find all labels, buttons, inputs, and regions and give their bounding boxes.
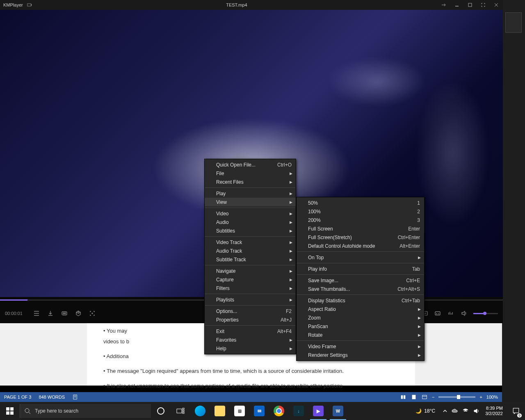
menu-item[interactable]: Full ScreenEnter [297,224,424,233]
menu-item[interactable]: Recent Files▶ [205,178,296,186]
menu-item[interactable]: On Top▶ [297,253,424,262]
menu-item[interactable]: Video Track▶ [205,238,296,247]
menu-item[interactable]: View▶ [205,198,296,206]
wifi-icon[interactable] [462,408,469,414]
menu-item[interactable]: Options...F2 [205,307,296,315]
menu-item[interactable]: Help▶ [205,344,296,353]
cube-icon[interactable] [75,310,82,317]
taskbar-search[interactable]: Type here to search [20,404,151,418]
app-icon-1[interactable]: ↓ [289,402,308,420]
file-title: TEST.mp4 [33,2,441,7]
focus-icon[interactable] [89,310,96,317]
system-clock[interactable]: 8:39 PM 3/2/2022 [483,406,505,416]
svg-rect-19 [183,410,184,411]
chrome-icon[interactable] [269,402,289,420]
menu-item-label: Audio [216,219,292,225]
print-layout-icon[interactable] [411,394,417,400]
mail-icon[interactable]: ✉ [249,402,269,420]
task-view-icon[interactable] [171,402,190,420]
zoom-in-button[interactable]: + [479,395,482,399]
menu-item[interactable]: Full Screen(Stretch)Ctrl+Enter [297,233,424,242]
menu-item[interactable]: Video Frame▶ [297,342,424,351]
menu-item[interactable]: File▶ [205,169,296,178]
vr-icon[interactable] [61,310,68,317]
minimize-button[interactable] [454,2,460,8]
menu-item[interactable]: Zoom▶ [297,313,424,322]
menu-item[interactable]: Subtitles▶ [205,226,296,235]
read-mode-icon[interactable] [400,394,406,400]
edge-icon[interactable] [190,402,210,420]
menu-separator [205,236,295,237]
menu-item[interactable]: Playlists▶ [205,295,296,304]
menu-item[interactable]: 50%1 [297,199,424,207]
onedrive-icon[interactable] [452,408,458,414]
menu-item[interactable]: Navigate▶ [205,267,296,275]
page-indicator[interactable]: PAGE 1 OF 3 [4,395,31,399]
menu-item[interactable]: 100%2 [297,207,424,216]
web-layout-icon[interactable] [421,394,428,400]
sound-icon[interactable] [473,408,479,414]
equalizer-icon[interactable] [447,310,454,317]
weather-widget[interactable]: 🌙 18°C [412,408,438,414]
battery-icon [26,2,33,8]
store-icon[interactable]: ⊞ [230,402,249,420]
menu-item[interactable]: ExitAlt+F4 [205,327,296,336]
menu-item[interactable]: Subtitle Track▶ [205,255,296,264]
kmplayer-taskbar-icon[interactable]: ▶ [308,402,328,420]
notifications-button[interactable]: 9 [509,402,523,420]
volume-icon[interactable] [460,310,468,317]
download-icon[interactable] [47,310,54,317]
menu-item[interactable]: Display StatisticsCtrl+Tab [297,296,424,305]
menu-item[interactable]: Rotate▶ [297,331,424,339]
menu-separator [297,294,424,295]
svg-rect-13 [10,407,14,411]
menu-item[interactable]: Play infoTab [297,265,424,273]
cortana-icon[interactable] [151,402,171,420]
menu-item[interactable]: Default Control Autohide modeAlt+Enter [297,242,424,250]
menu-item[interactable]: Aspect Ratio▶ [297,305,424,313]
fullscreen-button[interactable] [480,2,486,8]
menu-item[interactable]: Audio▶ [205,218,296,226]
menu-item[interactable]: Save Thumbnails...Ctrl+Alt+S [297,285,424,293]
file-explorer-icon[interactable] [210,402,230,420]
pin-icon[interactable] [441,2,447,8]
svg-rect-17 [177,409,182,413]
submenu-arrow-icon: ▶ [418,256,421,260]
subtitle-icon[interactable] [434,310,441,317]
weather-temp: 18°C [424,408,435,414]
app-name: KMPlayer [3,2,23,7]
submenu-arrow-icon: ▶ [290,249,292,253]
menu-item[interactable]: Filters▶ [205,284,296,292]
menu-item[interactable]: Capture▶ [205,275,296,284]
word-taskbar-icon[interactable]: W [328,402,348,420]
menu-item[interactable]: PropertiesAlt+J [205,315,296,324]
submenu-arrow-icon: ▶ [290,171,292,176]
submenu-arrow-icon: ▶ [290,220,292,224]
playlist-icon[interactable] [33,310,40,317]
menu-item[interactable]: 200%3 [297,216,424,224]
zoom-slider[interactable] [438,396,475,398]
menu-item[interactable]: Renderer Settings▶ [297,351,424,359]
close-button[interactable] [493,2,500,8]
page-thumbnail[interactable] [505,12,522,33]
svg-rect-12 [6,407,9,411]
menu-item[interactable]: Audio Track▶ [205,247,296,255]
submenu-arrow-icon: ▶ [290,200,292,204]
taskbar: Type here to search ⊞ ✉ ↓ ▶ W 🌙 18°C 8:3… [0,402,525,420]
zoom-level[interactable]: 100% [486,395,498,399]
tray-chevron-icon[interactable] [442,408,448,414]
maximize-button[interactable] [467,2,473,8]
menu-item[interactable]: Save Image...Ctrl+E [297,276,424,285]
word-count[interactable]: 848 WORDS [39,395,65,399]
start-button[interactable] [0,402,20,420]
menu-item[interactable]: PanScan▶ [297,322,424,331]
zoom-out-button[interactable]: − [432,395,434,399]
context-menu-main: Quick Open File...Ctrl+OFile▶Recent File… [204,159,296,354]
menu-item[interactable]: Play▶ [205,189,296,198]
volume-slider[interactable] [473,313,498,314]
menu-item[interactable]: Quick Open File...Ctrl+O [205,160,296,169]
menu-item[interactable]: Favorites▶ [205,336,296,344]
menu-item[interactable]: Video▶ [205,209,296,218]
kmplayer-titlebar[interactable]: KMPlayer TEST.mp4 [0,0,503,10]
spellcheck-icon[interactable] [72,394,79,400]
